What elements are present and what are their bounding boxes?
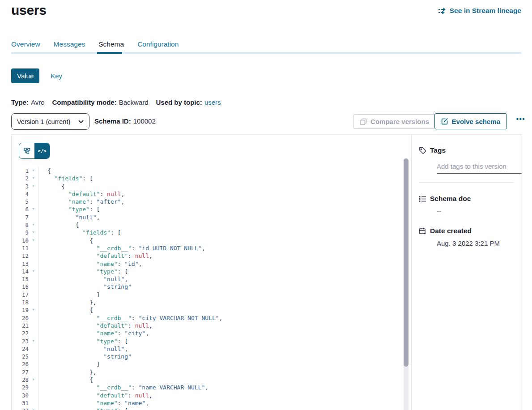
schema-code-panel: </> 1▼{2▼ "fields": [3▼ {4 "default": nu… xyxy=(12,135,411,410)
code-text: "default": null, xyxy=(38,392,400,399)
fold-toggle-icon[interactable]: ▼ xyxy=(29,183,38,190)
line-number: 27 xyxy=(12,368,29,376)
fold-toggle-icon[interactable]: ▼ xyxy=(29,268,38,275)
fold-spacer xyxy=(29,299,38,306)
fold-toggle-icon[interactable]: ▼ xyxy=(29,221,38,229)
chevron-down-icon xyxy=(78,120,84,124)
schema-meta-row: Type:Avro Compatibility mode:Backward Us… xyxy=(11,98,221,106)
fold-toggle-icon[interactable]: ▼ xyxy=(29,237,38,244)
compatibility-label: Compatibility mode: xyxy=(52,98,116,106)
schema-id-field: Schema ID:100002 xyxy=(94,117,156,125)
code-line: 3▼ { xyxy=(12,183,400,190)
tab-messages[interactable]: Messages xyxy=(54,40,85,48)
line-number: 7 xyxy=(12,214,29,221)
code-line: 17 ] xyxy=(12,291,400,299)
compare-versions-button[interactable]: Compare versions xyxy=(353,114,436,129)
code-line: 23▼ "type": [ xyxy=(12,337,400,345)
fold-spacer xyxy=(29,314,38,322)
code-text: "__crdb__": "name VARCHAR NULL", xyxy=(38,384,400,391)
date-created-heading: Date created xyxy=(430,227,472,235)
code-text: "null", xyxy=(38,214,400,221)
fold-spacer xyxy=(29,345,38,353)
code-scrollbar-thumb[interactable] xyxy=(404,158,409,367)
tab-underline-track xyxy=(11,52,521,54)
fold-toggle-icon[interactable]: ▼ xyxy=(29,306,38,314)
code-line: 18 }, xyxy=(12,299,400,306)
fold-toggle-icon[interactable]: ▼ xyxy=(29,407,38,410)
code-line: 31 "name": "name", xyxy=(12,399,400,407)
tree-view-button[interactable] xyxy=(19,143,34,158)
schema-code-editor[interactable]: 1▼{2▼ "fields": [3▼ {4 "default": null,5… xyxy=(12,167,400,410)
code-text: { xyxy=(38,306,400,314)
schema-doc-section: Schema doc -- xyxy=(419,195,514,215)
tags-section-header: Tags xyxy=(419,146,514,154)
view-mode-toggle: </> xyxy=(19,143,50,159)
key-toggle-button[interactable]: Key xyxy=(51,72,62,80)
line-number: 30 xyxy=(12,392,29,399)
tab-configuration[interactable]: Configuration xyxy=(137,40,179,48)
code-text: "name": "id", xyxy=(38,260,400,268)
fold-spacer xyxy=(29,190,38,198)
code-line: 10▼ { xyxy=(12,237,400,244)
value-key-toggle: Value Key xyxy=(11,68,62,83)
add-tags-input[interactable] xyxy=(437,162,522,174)
version-select[interactable]: Version 1 (current) xyxy=(11,113,89,130)
tag-icon xyxy=(419,147,426,154)
fold-spacer xyxy=(29,392,38,399)
value-toggle-button[interactable]: Value xyxy=(11,68,39,83)
code-line: 27 }, xyxy=(12,368,400,376)
type-field: Type:Avro xyxy=(11,98,44,106)
fold-toggle-icon[interactable]: ▼ xyxy=(29,205,38,213)
used-by-topic-field: Used by topic:users xyxy=(156,98,221,106)
date-created-value: Aug. 3 2022 3:21 PM xyxy=(437,239,514,247)
fold-spacer xyxy=(29,252,38,260)
line-number: 19 xyxy=(12,306,29,314)
code-line: 8▼ { xyxy=(12,221,400,229)
line-number: 9 xyxy=(12,229,29,236)
code-line: 4 "default": null, xyxy=(12,190,400,198)
fold-spacer xyxy=(29,214,38,221)
line-number: 10 xyxy=(12,237,29,244)
line-number: 4 xyxy=(12,190,29,198)
type-label: Type: xyxy=(11,98,29,106)
fold-toggle-icon[interactable]: ▼ xyxy=(29,337,38,345)
code-view-button[interactable]: </> xyxy=(34,143,50,158)
edit-icon xyxy=(441,118,448,125)
code-text: "name": "city", xyxy=(38,329,400,337)
line-number: 17 xyxy=(12,291,29,299)
line-number: 16 xyxy=(12,283,29,290)
fold-toggle-icon[interactable]: ▼ xyxy=(29,376,38,384)
date-created-section: Date created Aug. 3 2022 3:21 PM xyxy=(419,227,514,247)
code-text: "default": null, xyxy=(38,252,400,260)
line-number: 31 xyxy=(12,399,29,407)
used-by-topic-link[interactable]: users xyxy=(204,98,221,106)
fold-toggle-icon[interactable]: ▼ xyxy=(29,167,38,175)
evolve-schema-button[interactable]: Evolve schema xyxy=(434,113,507,129)
compare-versions-icon xyxy=(360,118,367,125)
more-options-button[interactable]: ••• xyxy=(516,115,525,123)
stream-lineage-link[interactable]: See in Stream lineage xyxy=(438,7,521,15)
fold-toggle-icon[interactable]: ▼ xyxy=(29,229,38,236)
code-text: "type": [ xyxy=(38,268,400,275)
code-text: "fields": [ xyxy=(38,229,400,236)
schema-doc-header: Schema doc xyxy=(419,195,514,203)
code-line: 28▼ { xyxy=(12,376,400,384)
code-scrollbar-track[interactable] xyxy=(404,158,409,410)
tab-active-indicator xyxy=(97,52,122,54)
code-line: 5 "name": "after", xyxy=(12,198,400,205)
fold-spacer xyxy=(29,260,38,268)
line-number: 1 xyxy=(12,167,29,175)
code-line: 11 "__crdb__": "id UUID NOT NULL", xyxy=(12,244,400,252)
code-text: "fields": [ xyxy=(38,175,400,182)
tab-overview[interactable]: Overview xyxy=(11,40,40,48)
code-line: 30 "default": null, xyxy=(12,392,400,399)
line-number: 25 xyxy=(12,353,29,360)
code-line: 29 "__crdb__": "name VARCHAR NULL", xyxy=(12,384,400,391)
tab-bar: Overview Messages Schema Configuration xyxy=(11,40,179,48)
fold-toggle-icon[interactable]: ▼ xyxy=(29,175,38,182)
type-value: Avro xyxy=(31,98,45,106)
line-number: 8 xyxy=(12,221,29,229)
code-text: }, xyxy=(38,368,400,376)
tab-schema[interactable]: Schema xyxy=(98,40,124,48)
fold-spacer xyxy=(29,384,38,391)
